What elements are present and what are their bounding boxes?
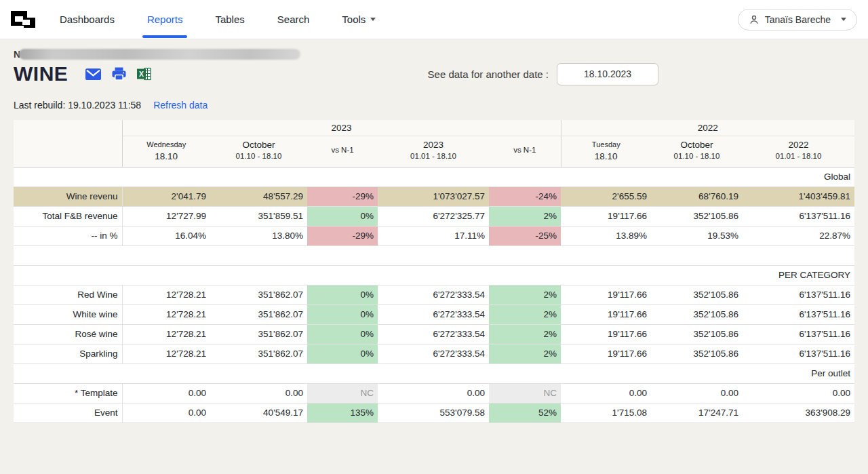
cell: 352'105.86 (651, 344, 743, 363)
table-row-template: * Template 0.00 0.00 NC 0.00 NC 0.00 0.0… (14, 383, 854, 403)
col-header-month-2022: October01.10 - 18.10 (651, 136, 743, 167)
vs-cell: 2% (489, 285, 561, 304)
nav-item-tools-label: Tools (342, 14, 366, 25)
logo-square-icon (24, 18, 35, 28)
row-label: Rosé wine (14, 324, 122, 344)
cell: 6'272'325.77 (378, 206, 489, 226)
print-button[interactable] (112, 67, 126, 81)
vs-cell: 0% (307, 344, 378, 363)
cell: 351'862.07 (210, 304, 307, 324)
cell: 1'403'459.81 (743, 186, 854, 206)
nav-item-dashboards[interactable]: Dashboards (60, 0, 115, 39)
export-excel-button[interactable]: X (137, 67, 151, 81)
cell: 0.00 (210, 383, 307, 403)
app-logo[interactable] (11, 10, 37, 29)
cell: 16.04% (122, 226, 210, 245)
report-page: N WINE (0, 48, 868, 423)
top-navbar: Dashboards Reports Tables Search Tools T… (0, 0, 868, 39)
cell: 19'117.66 (561, 304, 651, 324)
column-header-row: Wednesday18.10 October01.10 - 18.10 vs N… (14, 136, 854, 167)
vs-cell: 52% (489, 403, 561, 422)
table-row-event: Event 0.00 40'549.17 135% 553'079.58 52%… (14, 403, 854, 422)
nav-item-tables[interactable]: Tables (215, 0, 244, 39)
vs-cell: 2% (489, 344, 561, 363)
chevron-down-icon (370, 18, 376, 21)
cell: 6'272'333.54 (378, 304, 489, 324)
send-mail-button[interactable] (85, 68, 101, 80)
cell: 1'073'027.57 (378, 186, 489, 206)
cell: 19'117.66 (561, 285, 651, 304)
page-title: WINE (14, 62, 68, 85)
redacted-blur-bar (19, 49, 300, 60)
printer-icon (112, 67, 126, 81)
cell: 352'105.86 (651, 304, 743, 324)
property-name-redacted: N (14, 48, 854, 60)
heading-row-per-category: PER CATEGORY (14, 265, 854, 285)
cell: 351'862.07 (210, 324, 307, 344)
cell: 19'117.66 (561, 324, 651, 344)
section-label-global: Global (14, 167, 854, 186)
cell: 68'760.19 (651, 186, 743, 206)
row-label: White wine (14, 304, 122, 324)
nav-item-search[interactable]: Search (277, 0, 310, 39)
vs-cell: 2% (489, 304, 561, 324)
cell: 352'105.86 (651, 324, 743, 344)
year-2023-header: 2023 (122, 120, 561, 136)
wine-report-table: 2023 2022 Wednesday18.10 October01.10 - … (14, 120, 854, 423)
cell: 2'655.59 (561, 186, 651, 206)
cell: 363'908.29 (743, 403, 854, 422)
cell: 19'117.66 (561, 206, 651, 226)
refresh-data-link[interactable]: Refresh data (153, 100, 208, 111)
col-header-day-2022: Tuesday18.10 (561, 136, 651, 167)
cell: 0.00 (378, 383, 489, 403)
col-header-vs-n1-ytd: vs N-1 (489, 136, 561, 167)
table-row-red-wine: Red Wine 12'728.21 351'862.07 0% 6'272'3… (14, 285, 854, 304)
user-menu-button[interactable]: Tanaïs Bareche (738, 9, 857, 31)
year-2022-header: 2022 (561, 120, 854, 136)
cell: 0.00 (561, 383, 651, 403)
row-label: Sparkling (14, 344, 122, 363)
cell: 6'272'333.54 (378, 324, 489, 344)
cell: 6'137'511.16 (743, 324, 854, 344)
table-row-wine-revenu: Wine revenu 2'041.79 48'557.29 -29% 1'07… (14, 186, 854, 206)
cell: 6'137'511.16 (743, 206, 854, 226)
cell: 0.00 (122, 403, 210, 422)
vs-cell: 0% (307, 324, 378, 344)
cell: 19'117.66 (561, 344, 651, 363)
cell: 6'272'333.54 (378, 344, 489, 363)
cell: 6'272'333.54 (378, 285, 489, 304)
cell: 12'727.99 (122, 206, 210, 226)
section-heading-per-outlet: Per outlet (14, 363, 854, 383)
cell: 6'137'511.16 (743, 344, 854, 363)
cell: 351'859.51 (210, 206, 307, 226)
cell: 6'137'511.16 (743, 285, 854, 304)
cell: 6'137'511.16 (743, 304, 854, 324)
cell: 352'105.86 (651, 285, 743, 304)
cell: 2'041.79 (122, 186, 210, 206)
vs-cell: 2% (489, 324, 561, 344)
heading-row-per-outlet: Per outlet (14, 363, 854, 383)
vs-cell: 0% (307, 206, 378, 226)
cell: 352'105.86 (651, 206, 743, 226)
nav-item-reports[interactable]: Reports (147, 0, 183, 39)
section-row-global: Global (14, 167, 854, 186)
nav-item-tools[interactable]: Tools (342, 0, 376, 39)
excel-icon: X (137, 67, 151, 81)
cell: 13.89% (561, 226, 651, 245)
cell: 17'247.71 (651, 403, 743, 422)
user-icon (749, 14, 760, 25)
cell: 1'715.08 (561, 403, 651, 422)
vs-cell: 135% (307, 403, 378, 422)
table-row-white-wine: White wine 12'728.21 351'862.07 0% 6'272… (14, 304, 854, 324)
cell: 17.11% (378, 226, 489, 245)
date-picker-label: See data for another date : (428, 68, 549, 80)
vs-cell: 0% (307, 304, 378, 324)
year-header-row: 2023 2022 (14, 120, 854, 136)
date-input[interactable] (557, 63, 658, 85)
cell: 22.87% (743, 226, 854, 245)
cell: 0.00 (743, 383, 854, 403)
col-header-ytd-2023: 202301.01 - 18.10 (378, 136, 489, 167)
cell: 0.00 (651, 383, 743, 403)
vs-cell: -29% (307, 226, 378, 245)
section-heading-per-category: PER CATEGORY (14, 265, 854, 285)
